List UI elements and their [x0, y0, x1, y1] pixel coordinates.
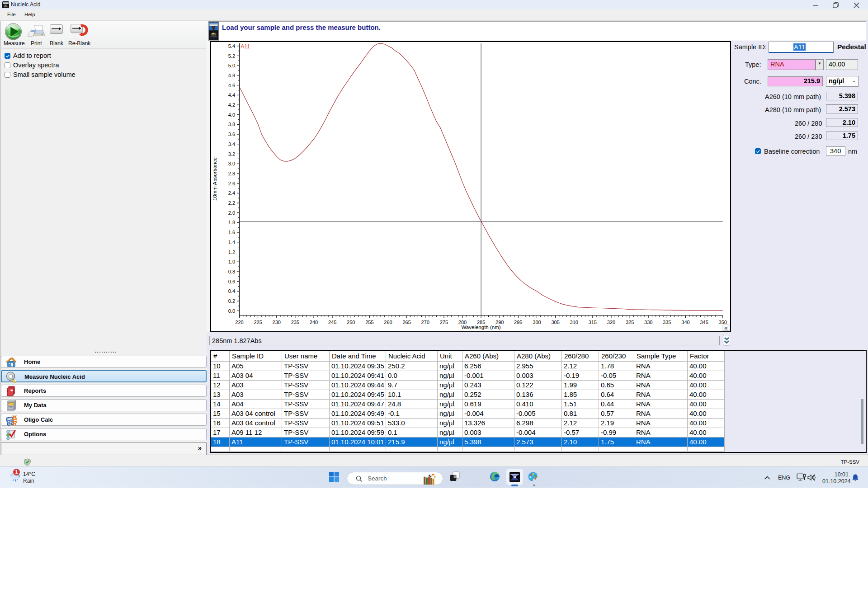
svg-text:A11: A11 — [241, 43, 250, 50]
svg-text:3.8: 3.8 — [228, 122, 235, 127]
svg-text:10mm Absorbance: 10mm Absorbance — [212, 157, 217, 201]
svg-text:1.4: 1.4 — [228, 240, 235, 245]
svg-text:0.0: 0.0 — [228, 308, 235, 314]
svg-text:340: 340 — [681, 320, 689, 325]
svg-text:Wavelength (nm): Wavelength (nm) — [461, 325, 500, 330]
svg-text:265: 265 — [402, 320, 410, 325]
svg-text:335: 335 — [663, 320, 671, 325]
svg-text:2.0: 2.0 — [228, 210, 235, 216]
svg-text:235: 235 — [291, 320, 299, 325]
svg-text:2.2: 2.2 — [228, 200, 235, 206]
svg-text:260: 260 — [384, 320, 392, 325]
svg-text:0.8: 0.8 — [228, 269, 235, 274]
svg-text:220: 220 — [235, 320, 243, 325]
svg-text:2.4: 2.4 — [228, 190, 235, 196]
svg-text:275: 275 — [440, 320, 448, 325]
svg-text:255: 255 — [365, 320, 373, 325]
svg-text:2.6: 2.6 — [228, 181, 235, 186]
svg-text:1.0: 1.0 — [228, 259, 235, 264]
svg-text:4.0: 4.0 — [228, 112, 235, 118]
svg-text:2.8: 2.8 — [228, 171, 235, 176]
svg-text:3.2: 3.2 — [228, 151, 235, 157]
svg-text:240: 240 — [310, 320, 318, 325]
svg-text:0.2: 0.2 — [228, 298, 235, 304]
svg-text:1.6: 1.6 — [228, 230, 235, 235]
svg-text:3.6: 3.6 — [228, 132, 235, 137]
svg-text:245: 245 — [328, 320, 336, 325]
svg-text:0.4: 0.4 — [228, 288, 235, 294]
svg-text:350: 350 — [719, 320, 727, 325]
svg-text:270: 270 — [421, 320, 429, 325]
svg-text:5.2: 5.2 — [228, 53, 235, 59]
svg-text:0.6: 0.6 — [228, 279, 235, 284]
svg-text:295: 295 — [514, 320, 522, 325]
svg-text:3.0: 3.0 — [228, 161, 235, 166]
svg-text:3.4: 3.4 — [228, 141, 235, 147]
svg-text:1.2: 1.2 — [228, 249, 235, 255]
svg-text:250: 250 — [347, 320, 355, 325]
svg-text:4.2: 4.2 — [228, 102, 235, 108]
svg-text:4.4: 4.4 — [228, 92, 235, 98]
svg-text:5.0: 5.0 — [228, 63, 235, 68]
svg-text:345: 345 — [700, 320, 708, 325]
svg-text:4.8: 4.8 — [228, 73, 235, 78]
svg-text:4.6: 4.6 — [228, 83, 235, 88]
svg-text:1.8: 1.8 — [228, 220, 235, 225]
svg-text:230: 230 — [273, 320, 281, 325]
svg-text:5.4: 5.4 — [228, 43, 235, 49]
svg-text:225: 225 — [254, 320, 262, 325]
